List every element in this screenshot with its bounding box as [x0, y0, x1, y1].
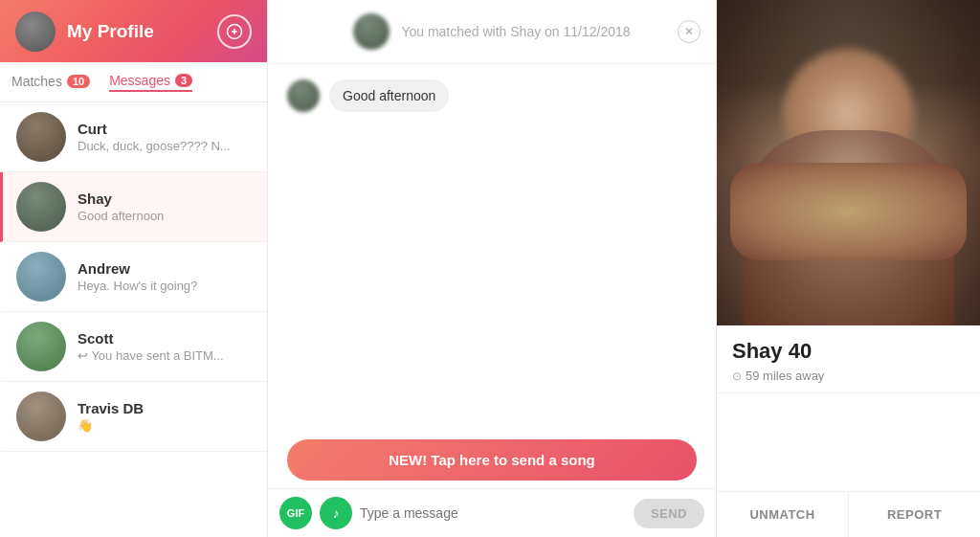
message-row: Good afternoon: [287, 79, 697, 112]
match-item-andrew[interactable]: Andrew Heya. How's it going?: [0, 242, 267, 312]
message-bubble: Good afternoon: [329, 79, 449, 112]
match-name-shay: Shay: [78, 190, 254, 207]
match-name-scott: Scott: [78, 330, 254, 347]
match-preview-shay: Good afternoon: [78, 209, 254, 223]
match-name-curt: Curt: [78, 121, 254, 137]
report-button[interactable]: REPORT: [849, 491, 980, 537]
match-name-andrew: Andrew: [78, 260, 254, 277]
profile-title: My Profile: [67, 21, 206, 42]
location-icon: ⊙: [732, 369, 742, 383]
profile-distance: ⊙ 59 miles away: [732, 369, 965, 383]
match-banner: You matched with Shay on 11/12/2018 ✕: [268, 0, 716, 64]
profile-header: My Profile: [0, 0, 267, 62]
matches-badge: 10: [67, 75, 90, 88]
profile-photo: [717, 0, 980, 325]
my-profile-avatar: [15, 11, 56, 52]
unmatch-button[interactable]: UNMATCH: [717, 491, 849, 537]
message-avatar-shay: [287, 79, 320, 112]
music-button[interactable]: ♪: [320, 497, 352, 529]
tab-matches[interactable]: Matches 10: [11, 74, 90, 91]
profile-name-age: Shay 40: [732, 339, 965, 364]
match-item-scott[interactable]: Scott ↩ You have sent a BITM...: [0, 312, 267, 382]
tabs-bar: Matches 10 Messages 3: [0, 62, 267, 102]
match-avatar-andrew: [16, 252, 66, 302]
gif-button[interactable]: GIF: [279, 497, 312, 529]
match-preview-travis: 👋: [78, 418, 254, 433]
messages-badge: 3: [175, 74, 192, 87]
match-avatar-curt: [16, 112, 66, 162]
profile-settings-button[interactable]: [217, 14, 252, 49]
profile-actions: UNMATCH REPORT: [717, 393, 980, 537]
match-preview-scott: ↩ You have sent a BITM...: [78, 348, 254, 363]
profile-panel: Shay 40 ⊙ 59 miles away UNMATCH REPORT: [717, 0, 980, 537]
match-item-curt[interactable]: Curt Duck, duck, goose???? N...: [0, 102, 267, 172]
send-button[interactable]: SEND: [634, 499, 704, 528]
close-banner-button[interactable]: ✕: [678, 20, 701, 43]
banner-text: You matched with Shay on 11/12/2018: [401, 24, 630, 39]
profile-info: Shay 40 ⊙ 59 miles away: [717, 325, 980, 393]
match-name-travis: Travis DB: [78, 400, 254, 416]
chat-panel: You matched with Shay on 11/12/2018 ✕ Go…: [268, 0, 717, 537]
message-input[interactable]: [360, 500, 626, 526]
banner-avatar: [353, 13, 390, 50]
match-avatar-travis: [16, 392, 66, 441]
profile-name: Shay: [732, 339, 783, 363]
send-song-button[interactable]: NEW! Tap here to send a song: [287, 439, 697, 481]
sidebar: My Profile Matches 10 Messages 3 Curt Du…: [0, 0, 268, 537]
match-avatar-scott: [16, 322, 66, 371]
match-preview-curt: Duck, duck, goose???? N...: [78, 139, 254, 153]
tab-messages[interactable]: Messages 3: [109, 73, 192, 92]
match-avatar-shay: [16, 182, 66, 232]
chat-input-bar: GIF ♪ SEND: [268, 488, 716, 537]
match-item-travis[interactable]: Travis DB 👋: [0, 382, 267, 452]
match-list: Curt Duck, duck, goose???? N... Shay Goo…: [0, 102, 267, 537]
match-item-shay[interactable]: Shay Good afternoon: [0, 172, 267, 242]
match-preview-andrew: Heya. How's it going?: [78, 279, 254, 293]
chat-messages: Good afternoon: [268, 64, 716, 432]
